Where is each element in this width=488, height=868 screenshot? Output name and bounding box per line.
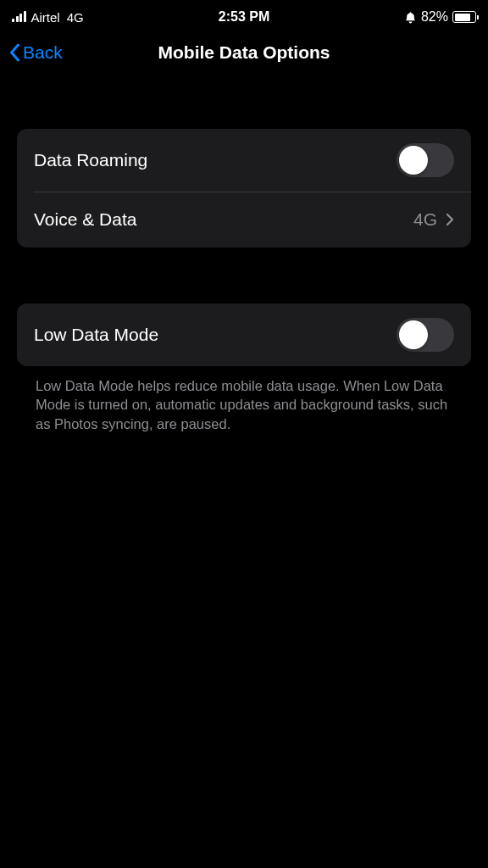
group-footer-text: Low Data Mode helps reduce mobile data u… [17, 366, 471, 433]
settings-group-1: Data Roaming Voice & Data 4G [17, 129, 471, 248]
chevron-right-icon [446, 213, 454, 226]
row-accessory: 4G [413, 209, 454, 230]
status-bar-time: 2:53 PM [219, 9, 269, 25]
status-bar: Airtel 4G 2:53 PM 82% [0, 0, 488, 31]
status-bar-right: 82% [404, 9, 476, 25]
battery-icon [452, 11, 476, 23]
network-type: 4G [67, 10, 84, 25]
back-button[interactable]: Back [8, 42, 63, 63]
row-label: Voice & Data [34, 209, 136, 230]
row-voice-and-data[interactable]: Voice & Data 4G [17, 192, 471, 248]
row-value: 4G [413, 209, 437, 230]
navigation-bar: Back Mobile Data Options [0, 31, 488, 78]
status-bar-left: Airtel 4G [12, 10, 84, 25]
row-data-roaming[interactable]: Data Roaming [17, 129, 471, 192]
settings-content: Data Roaming Voice & Data 4G Low Data Mo… [0, 129, 488, 433]
toggle-knob [399, 320, 428, 349]
toggle-knob [399, 146, 428, 175]
settings-group-2: Low Data Mode [17, 303, 471, 366]
battery-percent: 82% [421, 9, 448, 25]
row-low-data-mode[interactable]: Low Data Mode [17, 303, 471, 366]
row-label: Low Data Mode [34, 325, 158, 345]
alarm-icon [404, 11, 417, 24]
chevron-left-icon [8, 43, 20, 62]
row-label: Data Roaming [34, 150, 147, 170]
carrier-name: Airtel [31, 10, 60, 25]
page-title: Mobile Data Options [158, 42, 330, 63]
back-label: Back [23, 42, 63, 63]
low-data-mode-toggle[interactable] [396, 318, 454, 352]
data-roaming-toggle[interactable] [396, 143, 454, 177]
signal-strength-icon [12, 12, 26, 22]
